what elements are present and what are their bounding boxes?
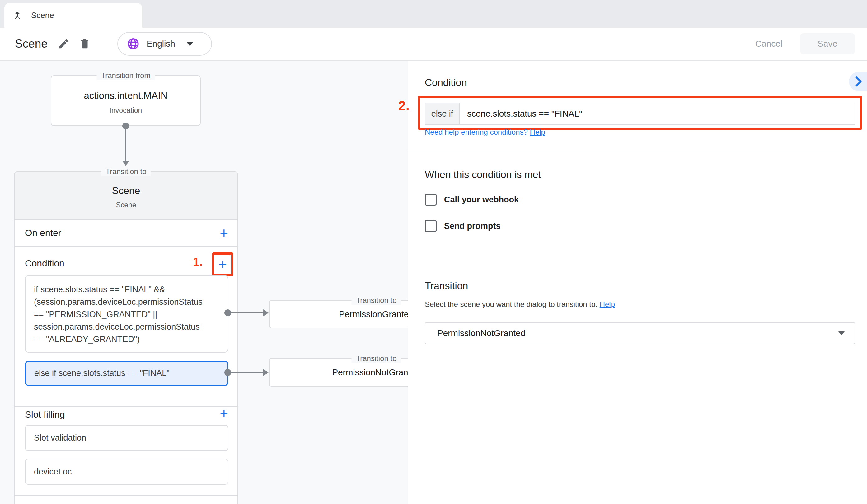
condition-line: == "PERMISSION_GRANTED" || [34,308,228,320]
transition-from-legend: Transition from [96,71,155,80]
condition-card-1[interactable]: if scene.slots.status == "FINAL" && (ses… [25,275,228,353]
tab-bar: Scene [0,0,867,28]
when-condition-heading: When this condition is met [425,169,541,180]
scene-editor-window: Scene Scene [0,0,867,504]
annotation-highlight-box-1: + [212,252,233,276]
main-area: Transition from actions.intent.MAIN Invo… [0,61,867,504]
slot-filling-label: Slot filling [25,409,65,420]
else-if-prefix: else if [425,103,460,124]
merge-type-icon [12,10,23,21]
cancel-button[interactable]: Cancel [755,39,782,49]
scene-node-subtitle: Scene [15,201,237,209]
edit-scene-button[interactable] [57,38,69,50]
condition-expression-row: else if [425,102,855,125]
divider [408,264,867,264]
slot-validation-card[interactable]: Slot validation [25,425,228,451]
collapse-panel-button[interactable] [849,72,867,91]
condition-line: == "ALREADY_GRANTED") [34,333,228,346]
slot-card-text: deviceLoc [34,467,72,476]
language-value: English [147,39,175,49]
transition-to-legend: Transition to [101,167,151,176]
arrowhead-right-icon [263,369,269,376]
connector-line [125,126,126,161]
transition-to-legend: Transition to [351,296,401,305]
condition-line: if scene.slots.status == "FINAL" && [34,283,228,296]
tab-scene[interactable]: Scene [4,3,142,28]
condition-panel-heading: Condition [425,77,467,88]
transition-from-node[interactable]: Transition from actions.intent.MAIN Invo… [51,75,201,126]
condition-expression-input[interactable] [460,103,855,124]
on-enter-section: On enter + [15,219,237,247]
slot-card-text: Slot validation [34,433,86,443]
condition-help-link[interactable]: Help [530,128,545,136]
chevron-right-icon [855,76,863,87]
annotation-step-1: 1. [193,255,203,269]
trash-icon [79,38,90,50]
divider [408,151,867,151]
add-slot-button[interactable]: + [220,406,228,420]
condition-line: session.params.deviceLoc.permissionStatu… [34,320,228,333]
add-on-enter-button[interactable]: + [220,226,228,240]
condition-section-label: Condition [25,258,64,269]
scene-node-header[interactable]: Scene Scene [15,172,237,219]
target-scene-name: PermissionGranted [339,309,414,319]
condition-help-line: Need help entering conditions? Help [425,128,545,136]
caret-down-icon [838,331,845,335]
intent-name: actions.intent.MAIN [51,90,200,101]
dropdown-selected-value: PermissionNotGranted [437,328,838,338]
scene-node: Transition to Scene Scene On enter + Con… [14,171,238,504]
transition-heading: Transition [425,280,468,292]
condition-line: (session.params.deviceLoc.permissionStat… [34,296,228,308]
save-button[interactable]: Save [800,33,855,54]
language-selector[interactable]: English [117,32,212,56]
condition-text: else if scene.slots.status == "FINAL" [34,369,170,378]
transition-description: Select the scene you want the dialog to … [425,300,615,309]
caret-down-icon [186,42,193,46]
pencil-icon [57,38,69,50]
page-title: Scene [15,37,47,51]
deviceloc-slot-card[interactable]: deviceLoc [25,459,228,485]
annotation-step-2: 2. [398,98,409,113]
call-webhook-option[interactable]: Call your webhook [425,194,519,206]
transition-to-legend: Transition to [351,354,401,363]
target-scene-name: PermissionNotGranted [332,368,420,377]
call-webhook-checkbox[interactable] [425,194,437,206]
connector-line [228,313,263,314]
arrowhead-right-icon [263,309,269,316]
transition-desc-text: Select the scene you want the dialog to … [425,300,598,308]
condition-card-2-selected[interactable]: else if scene.slots.status == "FINAL" [25,361,228,386]
add-condition-button[interactable]: + [218,257,227,272]
globe-icon [127,37,140,51]
on-enter-label: On enter [25,228,61,238]
intent-type: Invocation [51,106,200,115]
condition-detail-panel: Condition 2. else if Need help entering … [408,61,867,504]
send-prompts-label: Send prompts [444,221,501,231]
slot-filling-section: Slot filling + Slot validation deviceLoc [15,407,237,496]
condition-section: Condition 1. + if scene.slots.status == … [15,247,237,407]
tab-label: Scene [31,11,54,20]
call-webhook-label: Call your webhook [444,195,519,205]
transition-help-link[interactable]: Help [600,300,615,308]
arrowhead-down-icon [122,161,129,166]
send-prompts-checkbox[interactable] [425,220,437,232]
connector-line [228,372,263,373]
header: Scene E [0,28,867,61]
help-text: Need help entering conditions? [425,128,528,136]
delete-scene-button[interactable] [79,38,90,50]
transition-scene-dropdown[interactable]: PermissionNotGranted [425,322,855,344]
send-prompts-option[interactable]: Send prompts [425,220,501,232]
